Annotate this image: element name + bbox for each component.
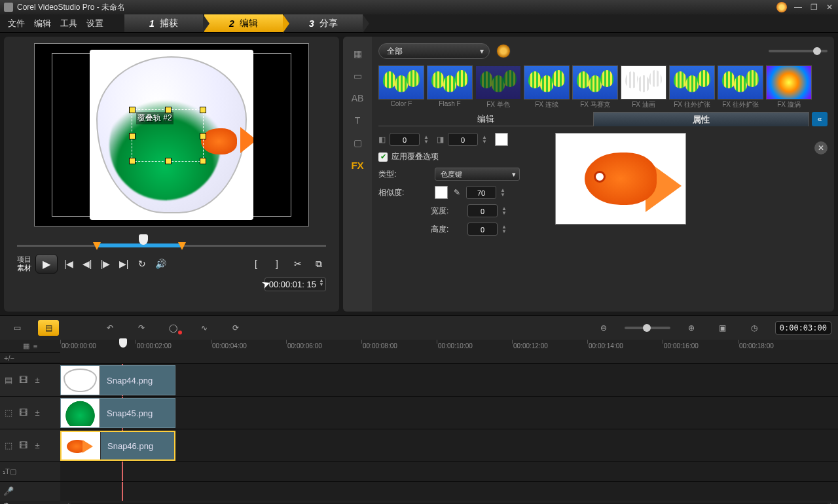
overlay-track-1: ⬚🎞± Snap45.png <box>0 396 838 429</box>
project-duration-icon[interactable]: ◷ <box>744 320 765 336</box>
menu-settings[interactable]: 设置 <box>86 18 103 29</box>
track-options-icon[interactable]: ± <box>31 408 43 418</box>
overlay-track-icon: 🎞 <box>17 408 29 418</box>
fullscreen-button[interactable]: ⧉ <box>312 257 326 271</box>
track-visibility-icon[interactable]: ⬚ <box>3 408 14 418</box>
tab-attributes[interactable]: 属性 <box>593 112 809 126</box>
preview-timecode[interactable]: 00:00:01: 15▲▼ <box>264 278 326 291</box>
anchor-icon[interactable]: ◧ <box>378 135 386 144</box>
overlay-selection[interactable] <box>132 109 204 162</box>
track-options-icon[interactable]: ± <box>31 441 43 450</box>
filter-thumb[interactable]: FX 往外扩张 <box>669 65 715 109</box>
source-toggle[interactable]: 项目 素材 <box>17 255 31 272</box>
timeline-scrollbar[interactable]: ⚙▾ ◀▶ <box>0 501 838 504</box>
zoom-in-button[interactable]: ⊕ <box>681 320 702 336</box>
thumbnail-zoom-slider[interactable] <box>769 50 828 52</box>
graphic-tab-icon[interactable]: T <box>348 113 367 128</box>
menu-edit[interactable]: 编辑 <box>34 18 51 29</box>
next-frame-button[interactable]: |▶ <box>98 257 113 271</box>
minimize-button[interactable]: — <box>793 3 803 12</box>
timeline-zoom-slider[interactable] <box>625 327 670 329</box>
filter-category-dropdown[interactable]: 全部 <box>378 43 490 59</box>
volume-button[interactable]: 🔊 <box>153 257 168 271</box>
key-color-swatch[interactable] <box>435 186 448 199</box>
preview-frame[interactable]: 覆叠轨 #2 <box>34 43 309 226</box>
corel-guide-icon[interactable] <box>776 2 787 12</box>
filter-thumb[interactable]: FX 连续 <box>524 65 570 109</box>
track-options-icon[interactable]: ± <box>31 375 43 385</box>
eyedropper-icon[interactable]: ✎ <box>452 187 462 198</box>
end-button[interactable]: ▶| <box>117 257 131 271</box>
time-ruler[interactable]: 00:00:00:0000:00:02:0000:00:04:0000:00:0… <box>60 340 838 353</box>
filter-thumb[interactable]: Color F <box>378 65 424 109</box>
width-label: 宽度: <box>431 206 464 217</box>
mark-in-button[interactable]: [ <box>249 257 263 271</box>
track-toggle2-icon[interactable]: ≡ <box>33 342 37 350</box>
audio-mixer-button[interactable]: ∿ <box>194 320 215 336</box>
clip-overlay-2[interactable]: Snap46.png <box>60 431 175 461</box>
auto-music-button[interactable]: ⟳ <box>225 320 246 336</box>
tab-edit[interactable]: 编辑 <box>378 112 593 126</box>
redo-button[interactable]: ↷ <box>131 320 152 336</box>
split-button[interactable]: ✂ <box>291 257 305 271</box>
filter-thumb[interactable]: FX 马赛克 <box>572 65 618 109</box>
storyboard-view-button[interactable]: ▭ <box>7 320 27 336</box>
similarity-input[interactable]: 70 <box>466 186 496 199</box>
record-button[interactable]: ◯ <box>162 320 183 336</box>
height-input[interactable]: 0 <box>467 223 498 236</box>
voice-track: 🎤 <box>0 481 838 501</box>
width-input[interactable]: 0 <box>467 204 498 217</box>
filter-thumb[interactable]: Flash F <box>427 65 473 109</box>
playhead-icon[interactable] <box>119 338 127 348</box>
title-tab-icon[interactable]: AB <box>348 90 367 106</box>
add-track-icon[interactable]: +/− <box>4 354 14 362</box>
maximize-button[interactable]: ❐ <box>809 3 818 12</box>
library-options-icon[interactable] <box>496 44 511 58</box>
scroll-options-icon[interactable]: ⚙▾ <box>3 501 14 504</box>
track-visibility-icon[interactable]: ▤ <box>3 375 14 385</box>
pos-y-input[interactable]: 0 <box>448 133 478 146</box>
play-button[interactable]: ▶ <box>35 254 58 274</box>
undo-button[interactable]: ↶ <box>100 320 120 336</box>
anchor2-icon[interactable]: ◨ <box>437 135 444 144</box>
fit-project-button[interactable]: ▣ <box>712 320 733 336</box>
overlay-type-dropdown[interactable]: 色度键 <box>435 168 520 181</box>
filter-thumb[interactable]: FX 单色 <box>475 65 521 109</box>
clip-overlay-1[interactable]: Snap45.png <box>60 398 175 428</box>
step-capture[interactable]: 1捕获 <box>124 14 203 32</box>
pos-x-input[interactable]: 0 <box>390 133 420 146</box>
filter-thumb[interactable]: FX 漩涡 <box>766 65 812 109</box>
overlay-track-icon: 🎞 <box>17 441 29 450</box>
clip-video[interactable]: Snap44.png <box>60 365 175 395</box>
menu-tools[interactable]: 工具 <box>60 18 77 29</box>
fx-tab-icon[interactable]: FX <box>348 157 367 173</box>
panel-close-icon[interactable]: ✕ <box>814 141 828 154</box>
menu-file[interactable]: 文件 <box>8 18 25 29</box>
home-button[interactable]: |◀ <box>62 257 76 271</box>
filter-thumb[interactable]: FX 油画 <box>621 65 666 109</box>
type-label: 类型: <box>378 169 411 180</box>
apply-overlay-checkbox[interactable]: ✔ <box>378 153 388 162</box>
close-button[interactable]: ✕ <box>825 3 834 12</box>
color-swatch[interactable] <box>495 133 508 146</box>
app-title: Corel VideoStudio Pro - 未命名 <box>17 2 125 13</box>
filter-tab-icon[interactable]: ▢ <box>348 135 367 151</box>
filter-thumb[interactable]: FX 往外扩张 <box>718 65 763 109</box>
title-track: ₁T▢ <box>0 461 838 481</box>
repeat-button[interactable]: ↻ <box>135 257 149 271</box>
scrub-playhead[interactable] <box>139 234 148 245</box>
project-duration[interactable]: 0:00:03:00 <box>775 321 831 334</box>
track-toggle-icon[interactable]: ▦ <box>23 342 29 350</box>
mark-out-button[interactable]: ] <box>270 257 284 271</box>
prev-frame-button[interactable]: ◀| <box>80 257 94 271</box>
transition-tab-icon[interactable]: ▭ <box>348 68 367 84</box>
step-share[interactable]: 3分享 <box>284 14 363 32</box>
preview-scrubber[interactable] <box>17 236 326 247</box>
timeline-view-button[interactable]: ▤ <box>38 320 59 336</box>
media-tab-icon[interactable]: ▦ <box>348 46 367 62</box>
track-visibility-icon[interactable]: ⬚ <box>3 441 14 450</box>
panel-collapse-button[interactable]: « <box>812 112 828 126</box>
zoom-out-button[interactable]: ⊖ <box>593 320 614 336</box>
menu-step-row: 文件 编辑 工具 设置 1捕获 2编辑 3分享 <box>0 14 838 33</box>
step-edit[interactable]: 2编辑 <box>204 14 283 32</box>
